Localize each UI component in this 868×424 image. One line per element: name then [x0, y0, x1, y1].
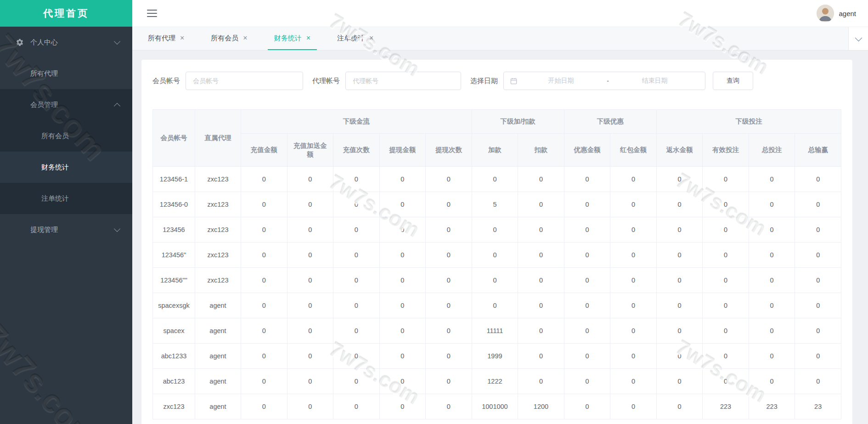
table-cell: 0 — [241, 268, 287, 293]
table-cell: 0 — [610, 243, 657, 268]
table-cell: 0 — [703, 243, 749, 268]
sidebar-item-member-management[interactable]: 会员管理 — [0, 89, 132, 120]
table-cell: 0 — [656, 192, 703, 217]
col-header-add-funds: 加款 — [472, 134, 518, 167]
table-cell: 1999 — [472, 344, 518, 369]
filter-form: 会员帐号 代理帐号 选择日期 开始日期 - 结束日期 查询 — [152, 72, 841, 90]
table-cell: 0 — [703, 293, 749, 318]
table-cell: abc123 — [153, 369, 195, 394]
table-cell: 0 — [241, 167, 287, 192]
table-cell: 0 — [703, 268, 749, 293]
tab-label: 注单统计 — [337, 34, 365, 43]
tab-finance-stats[interactable]: 财务统计× — [268, 27, 317, 50]
table-cell: 0 — [333, 167, 380, 192]
table-cell: 0 — [564, 344, 610, 369]
tab-bar: 所有代理×所有会员×财务统计×注单统计× — [132, 27, 868, 51]
sidebar-item-order-stats[interactable]: 注单统计 — [0, 183, 132, 214]
table-cell: 0 — [333, 243, 380, 268]
table-cell: 0 — [795, 167, 841, 192]
sidebar-item-personal-center[interactable]: 个人中心 — [0, 27, 132, 58]
table-cell: 0 — [795, 293, 841, 318]
table-cell: 0 — [241, 318, 287, 344]
table-cell: 0 — [749, 167, 795, 192]
table-cell: 0 — [610, 394, 657, 419]
content-area: 会员帐号 代理帐号 选择日期 开始日期 - 结束日期 查询 — [132, 51, 868, 424]
date-range-picker[interactable]: 开始日期 - 结束日期 — [503, 72, 705, 90]
sidebar-item-label: 所有会员 — [41, 132, 69, 141]
table-cell: 0 — [749, 192, 795, 217]
table-cell: 0 — [426, 217, 472, 243]
table-row: spacexagent00000111110000000 — [153, 318, 841, 344]
table-cell: zxc123 — [153, 394, 195, 419]
table-cell: 0 — [241, 394, 287, 419]
tab-close-icon[interactable]: × — [306, 34, 310, 42]
tab-dropdown-toggle[interactable] — [848, 27, 868, 50]
table-cell: 0 — [610, 217, 657, 243]
table-cell: 0 — [287, 293, 333, 318]
tab-close-icon[interactable]: × — [243, 34, 247, 42]
table-cell: 0 — [426, 318, 472, 344]
table-cell: zxc123 — [195, 268, 241, 293]
table-cell: 0 — [518, 192, 564, 217]
member-account-label: 会员帐号 — [152, 77, 180, 85]
col-header-withdraw-amount: 提现金额 — [379, 134, 426, 167]
sidebar-item-label: 个人中心 — [30, 38, 58, 47]
date-end-placeholder[interactable]: 结束日期 — [611, 77, 699, 85]
table-cell: 0 — [656, 167, 703, 192]
table-cell: agent — [195, 369, 241, 394]
tab-close-icon[interactable]: × — [369, 34, 373, 42]
table-cell: 0 — [610, 293, 657, 318]
table-cell: agent — [195, 318, 241, 344]
table-cell: 223 — [703, 394, 749, 419]
table-cell: 0 — [426, 369, 472, 394]
sidebar-item-all-members[interactable]: 所有会员 — [0, 120, 132, 152]
member-account-input[interactable] — [186, 72, 303, 90]
table-cell: 0 — [333, 394, 380, 419]
table-cell: 0 — [287, 344, 333, 369]
table-cell: 0 — [749, 293, 795, 318]
table-cell: 0 — [426, 243, 472, 268]
table-cell: 0 — [795, 192, 841, 217]
table-cell: 0 — [703, 369, 749, 394]
table-cell: 0 — [287, 217, 333, 243]
sidebar-item-label: 财务统计 — [41, 163, 69, 172]
table-cell: 123456-0 — [153, 192, 195, 217]
tab-order-stats[interactable]: 注单统计× — [331, 27, 380, 50]
table-cell: 0 — [795, 369, 841, 394]
table-row: zxc123agent000001001000120000022322323 — [153, 394, 841, 419]
date-start-placeholder[interactable]: 开始日期 — [517, 77, 605, 85]
table-cell: 0 — [656, 394, 703, 419]
table-row: abc1233agent0000019990000000 — [153, 344, 841, 369]
col-header-direct-agent: 直属代理 — [195, 110, 241, 167]
finance-stats-table: 会员帐号 直属代理 下级金流 下级加/扣款 下级优惠 下级投注 充值金额 充值加… — [152, 109, 841, 419]
table-cell: 0 — [379, 293, 426, 318]
table-cell: 0 — [241, 293, 287, 318]
table-cell: agent — [195, 344, 241, 369]
hamburger-menu-icon[interactable] — [147, 7, 157, 19]
table-cell: 0 — [518, 217, 564, 243]
table-cell: 0 — [564, 394, 610, 419]
sidebar-item-all-agents[interactable]: 所有代理 — [0, 58, 132, 89]
table-cell: 0 — [518, 293, 564, 318]
sidebar: 代理首页 个人中心所有代理会员管理所有会员财务统计注单统计提现管理 — [0, 0, 132, 424]
tab-close-icon[interactable]: × — [180, 34, 184, 42]
sidebar-item-finance-stats[interactable]: 财务统计 — [0, 152, 132, 183]
table-cell: 0 — [472, 217, 518, 243]
table-cell: 0 — [379, 192, 426, 217]
calendar-icon — [510, 78, 517, 85]
table-cell: zxc123 — [195, 217, 241, 243]
table-cell: 0 — [564, 369, 610, 394]
table-cell: 0 — [379, 318, 426, 344]
col-header-deduct-funds: 扣款 — [518, 134, 564, 167]
tab-label: 所有代理 — [148, 34, 175, 43]
user-menu[interactable]: agent — [817, 5, 856, 22]
sidebar-item-withdrawal-management[interactable]: 提现管理 — [0, 214, 132, 245]
agent-account-input[interactable] — [345, 72, 461, 90]
username: agent — [839, 10, 856, 17]
col-header-redpacket-amount: 红包金额 — [610, 134, 657, 167]
table-cell: 0 — [610, 167, 657, 192]
tab-all-agents[interactable]: 所有代理× — [141, 27, 191, 50]
tab-all-members[interactable]: 所有会员× — [204, 27, 254, 50]
search-button[interactable]: 查询 — [713, 72, 753, 90]
table-cell: 0 — [795, 318, 841, 344]
